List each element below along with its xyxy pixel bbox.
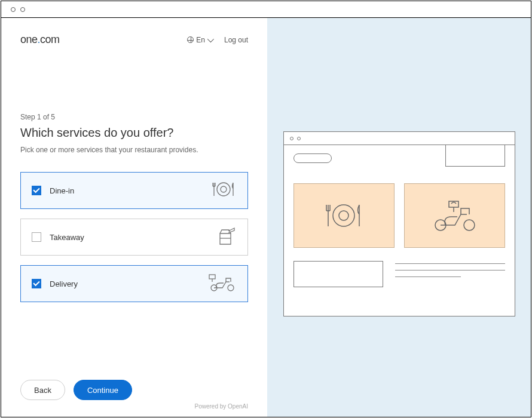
- logout-link[interactable]: Log out: [224, 36, 248, 44]
- preview-line: [395, 263, 505, 264]
- preview-nav: [284, 145, 515, 171]
- preview-dot: [297, 137, 301, 140]
- right-pane: [267, 18, 531, 417]
- svg-point-1: [221, 186, 227, 192]
- brand-part1: one: [20, 33, 38, 45]
- page-heading: Which services do you offer?: [20, 126, 248, 140]
- preview-logo-placeholder: [293, 153, 332, 163]
- header: one.com En Log out: [20, 33, 248, 46]
- scooter-icon: [208, 273, 237, 294]
- option-label: Delivery: [50, 279, 78, 288]
- preview-titlebar: [284, 132, 515, 145]
- svg-point-6: [339, 211, 348, 220]
- preview-cards: [293, 183, 505, 248]
- option-takeaway[interactable]: Takeaway: [20, 219, 248, 256]
- wizard-footer: Back Continue: [20, 380, 132, 400]
- option-label: Dine-in: [50, 186, 74, 195]
- header-actions: En Log out: [187, 36, 248, 44]
- step-indicator: Step 1 of 5: [20, 113, 248, 121]
- preview-dot: [290, 137, 293, 140]
- preview-content: [284, 171, 515, 316]
- page-subheading: Pick one or more services that your rest…: [20, 146, 248, 154]
- plate-cutlery-icon: [210, 180, 237, 201]
- app-body: one.com En Log out Step 1 of 5 Which ser…: [1, 18, 531, 417]
- svg-point-0: [217, 183, 230, 196]
- back-button[interactable]: Back: [20, 380, 65, 400]
- app-window: one.com En Log out Step 1 of 5 Which ser…: [1, 1, 531, 417]
- option-dine-in[interactable]: Dine-in: [20, 172, 248, 209]
- preview-card-delivery: [404, 183, 505, 248]
- window-control-dot[interactable]: [20, 7, 25, 12]
- checkbox[interactable]: [32, 279, 41, 288]
- preview-line: [395, 276, 461, 277]
- preview-line: [395, 270, 505, 271]
- brand-part2: com: [40, 33, 60, 45]
- svg-point-8: [464, 220, 475, 230]
- chevron-down-icon: [207, 35, 214, 42]
- option-left: Dine-in: [32, 186, 74, 195]
- globe-icon: [187, 36, 194, 43]
- option-delivery[interactable]: Delivery: [20, 265, 248, 302]
- language-label: En: [196, 36, 205, 44]
- left-pane: one.com En Log out Step 1 of 5 Which ser…: [1, 18, 267, 417]
- preview-card-dine-in: [293, 183, 395, 248]
- language-switcher[interactable]: En: [187, 36, 212, 44]
- powered-by: Powered by OpenAI: [195, 403, 249, 410]
- continue-button[interactable]: Continue: [74, 380, 132, 400]
- checkbox[interactable]: [32, 232, 41, 242]
- svg-point-5: [333, 205, 354, 226]
- brand-logo: one.com: [20, 33, 60, 46]
- service-options: Dine-in Takeaway: [20, 172, 248, 302]
- preview-nav-box: [445, 145, 505, 167]
- window-control-dot[interactable]: [11, 7, 16, 12]
- option-left: Takeaway: [32, 232, 84, 242]
- preview-text-lines: [395, 261, 505, 277]
- takeaway-bag-icon: [214, 226, 237, 248]
- checkbox[interactable]: [32, 186, 41, 195]
- window-titlebar: [1, 1, 531, 18]
- option-left: Delivery: [32, 279, 78, 288]
- svg-point-3: [228, 285, 234, 291]
- option-label: Takeaway: [50, 233, 84, 242]
- svg-rect-4: [209, 275, 215, 279]
- preview-text-block: [293, 261, 383, 287]
- preview-lower: [293, 261, 505, 287]
- site-preview: [283, 131, 515, 316]
